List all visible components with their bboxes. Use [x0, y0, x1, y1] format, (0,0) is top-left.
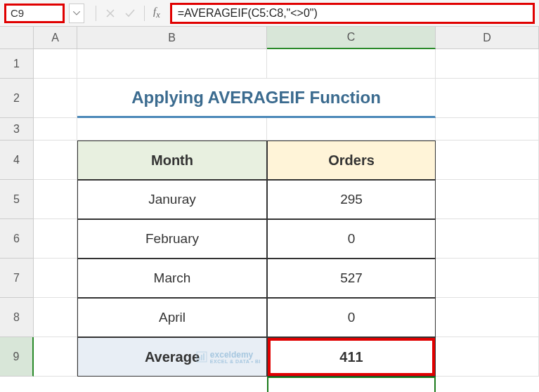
cell-D2[interactable] — [436, 79, 539, 118]
cancel-formula-button[interactable] — [100, 4, 120, 23]
cell-A7[interactable] — [34, 259, 77, 298]
svg-rect-2 — [201, 355, 202, 360]
average-value: 411 — [339, 349, 363, 365]
average-value-cell[interactable]: 411 — [267, 337, 436, 377]
title-cell[interactable]: Applying AVERAGEIF Function — [77, 79, 436, 118]
cell-C3[interactable] — [267, 118, 436, 141]
active-cell-selection — [267, 377, 436, 392]
cell-A1[interactable] — [34, 49, 77, 79]
header-orders[interactable]: Orders — [267, 141, 436, 180]
row-header-3[interactable]: 3 — [0, 118, 34, 141]
watermark-brand: exceldemy — [210, 351, 261, 359]
cell-D3[interactable] — [436, 118, 539, 141]
watermark: exceldemy EXCEL & DATA • BI — [196, 351, 261, 364]
row-header-6[interactable]: 6 — [0, 219, 34, 259]
cell-month-1[interactable]: February — [77, 219, 267, 259]
svg-rect-3 — [203, 353, 204, 360]
cell-orders-3[interactable]: 0 — [267, 298, 436, 337]
average-label-cell[interactable]: Average exceldemy EXCEL & DATA • BI — [77, 337, 267, 377]
cell-A3[interactable] — [34, 118, 77, 141]
name-box-value: C9 — [11, 7, 24, 19]
cell-D7[interactable] — [436, 259, 539, 298]
row-header-5[interactable]: 5 — [0, 180, 34, 219]
select-all-corner[interactable] — [0, 27, 34, 49]
cell-orders-2[interactable]: 527 — [267, 259, 436, 298]
cell-month-2[interactable]: March — [77, 259, 267, 298]
cell-D1[interactable] — [436, 49, 539, 79]
check-icon — [125, 9, 135, 18]
cell-A9[interactable] — [34, 337, 77, 377]
row-header-8[interactable]: 8 — [0, 298, 34, 337]
cell-A5[interactable] — [34, 180, 77, 219]
cell-orders-1[interactable]: 0 — [267, 219, 436, 259]
name-box-dropdown[interactable] — [69, 4, 84, 23]
fx-icon[interactable]: fx — [153, 6, 160, 20]
average-label: Average — [145, 349, 200, 365]
row-header-4[interactable]: 4 — [0, 141, 34, 180]
watermark-tagline: EXCEL & DATA • BI — [210, 359, 261, 364]
column-header-B[interactable]: B — [77, 27, 267, 49]
row-header-2[interactable]: 2 — [0, 79, 34, 118]
formula-bar: C9 fx =AVERAGEIF(C5:C8,"<>0") — [0, 0, 539, 27]
cell-D4[interactable] — [436, 141, 539, 180]
cells-grid: Applying AVERAGEIF Function Month Orders — [34, 49, 539, 377]
row-header-1[interactable]: 1 — [0, 49, 34, 79]
cell-A8[interactable] — [34, 298, 77, 337]
column-headers-row: A B C D — [0, 27, 539, 49]
x-icon — [106, 9, 115, 18]
cell-D6[interactable] — [436, 219, 539, 259]
header-month[interactable]: Month — [77, 141, 267, 180]
cell-A4[interactable] — [34, 141, 77, 180]
svg-rect-1 — [199, 357, 200, 360]
formula-text: =AVERAGEIF(C5:C8,"<>0") — [178, 7, 318, 20]
spreadsheet-area: A B C D 1 2 3 4 5 6 7 8 9 — [0, 27, 539, 377]
formula-input[interactable]: =AVERAGEIF(C5:C8,"<>0") — [170, 3, 535, 24]
confirm-formula-button[interactable] — [120, 4, 140, 23]
column-header-C[interactable]: C — [267, 27, 436, 49]
cell-A2[interactable] — [34, 79, 77, 118]
cell-month-0[interactable]: Januray — [77, 180, 267, 219]
name-box[interactable]: C9 — [4, 4, 65, 23]
column-header-D[interactable]: D — [436, 27, 539, 49]
cell-B1[interactable] — [77, 49, 267, 79]
row-header-7[interactable]: 7 — [0, 259, 34, 298]
cell-D9[interactable] — [436, 337, 539, 377]
cell-orders-0[interactable]: 295 — [267, 180, 436, 219]
cell-D5[interactable] — [436, 180, 539, 219]
column-header-A[interactable]: A — [34, 27, 77, 49]
cell-month-3[interactable]: April — [77, 298, 267, 337]
watermark-icon — [196, 351, 207, 362]
chevron-down-icon — [73, 11, 80, 15]
row-header-9[interactable]: 9 — [0, 337, 34, 377]
separator — [144, 6, 145, 21]
cell-B3[interactable] — [77, 118, 267, 141]
cell-C1[interactable] — [267, 49, 436, 79]
cell-D8[interactable] — [436, 298, 539, 337]
separator — [96, 6, 96, 21]
cell-A6[interactable] — [34, 219, 77, 259]
row-headers: 1 2 3 4 5 6 7 8 9 — [0, 49, 34, 377]
